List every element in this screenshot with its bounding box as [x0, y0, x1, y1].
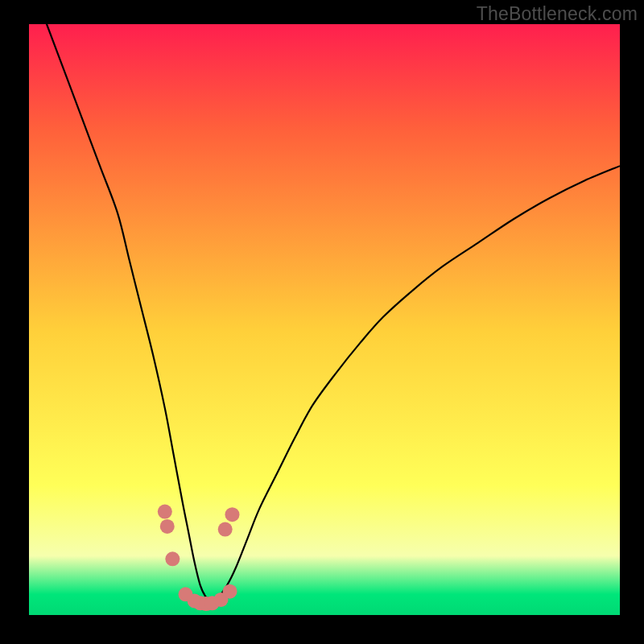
data-marker [160, 519, 175, 534]
chart-svg [29, 24, 620, 615]
data-marker [218, 522, 233, 537]
outer-frame: TheBottleneck.com [0, 0, 644, 644]
data-marker [225, 507, 239, 522]
gradient-background [29, 24, 620, 615]
plot-area [29, 24, 620, 615]
data-marker [158, 505, 172, 519]
data-marker [165, 551, 180, 566]
watermark-text: TheBottleneck.com [477, 3, 638, 25]
data-marker [223, 584, 237, 599]
